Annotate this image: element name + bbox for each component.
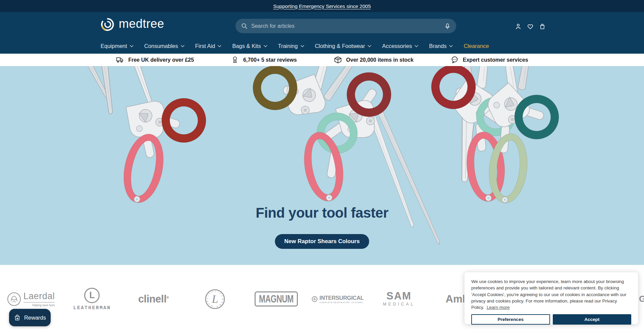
truck-icon [116,56,124,64]
nav-first-aid[interactable]: First Aid [195,43,222,49]
chevron-down-icon [449,45,453,47]
box-icon [334,56,342,64]
leatherman-monogram-icon: L [84,288,100,303]
site-header: medtree [0,12,644,54]
chevron-down-icon [368,45,371,47]
cookie-learn-more-link[interactable]: Learn more [487,305,509,310]
brand-name: clinell [138,293,166,305]
benefit-reviews: 6,700+ 5 star reviews [231,56,297,64]
brand-logo-leatherman[interactable]: L LEATHERMAN [61,288,123,311]
registered-mark: ® [166,295,169,299]
nav-clearance[interactable]: Clearance [464,43,489,49]
benefit-text: Free UK delivery over £25 [128,57,194,63]
hero-heading: Find your tool faster [0,205,644,221]
cookie-buttons: Preferences Accept [471,314,631,325]
announcement-bar: Supporting Emergency Services since 2005 [0,0,644,12]
announcement-link[interactable]: Supporting Emergency Services since 2005 [273,3,371,9]
nav-equipment[interactable]: Equipment [101,43,133,49]
brand-logo-intersurgical[interactable]: INTERSURGICAL COMPLETE RESPIRATORY SYSTE… [307,288,368,311]
wishlist-heart-icon[interactable] [527,23,534,30]
header-icons [515,23,546,30]
chevron-down-icon [264,45,267,47]
benefit-stock: Over 20,000 items in stock [334,56,414,64]
benefit-text: Over 20,000 items in stock [346,57,414,63]
nav-label: Consumables [144,43,178,49]
nav-bags-kits[interactable]: Bags & Kits [232,43,267,49]
brand-name: SAM [386,291,412,301]
cookie-consent-dialog: We use cookies to improve your experienc… [464,272,638,324]
hero-banner: Find your tool faster New Raptor Shears … [0,66,644,265]
intersurgical-icon [312,296,318,302]
nav-accessories[interactable]: Accessories [382,43,418,49]
nav-label: Bags & Kits [232,43,261,49]
brand-logo-magnum[interactable]: MAGNUM [246,288,307,311]
medtree-logo[interactable]: medtree [100,17,164,32]
chevron-down-icon [181,45,184,47]
brand-name: MAGNUM [259,293,293,306]
account-icon[interactable] [515,23,522,30]
search-icon [241,22,248,30]
brand-logo-sam-medical[interactable]: SAM MEDICAL [368,288,430,311]
search-input[interactable] [251,23,444,29]
nav-label: Training [278,43,298,49]
brand-name: Laerdal [23,291,55,302]
laerdal-emblem-icon [7,292,21,307]
benefit-text: 6,700+ 5 star reviews [243,57,297,63]
brand-logo-littmann[interactable]: L I T T M A N N · Q U A L I T Y · L [184,288,246,311]
main-navigation: Equipment Consumables First Aid Bags & K… [101,42,489,50]
brand-name: LEATHERMAN [73,305,111,311]
nav-label: First Aid [195,43,215,49]
nav-clothing-footwear[interactable]: Clothing & Footwear [315,43,372,49]
nav-label: Clothing & Footwear [315,43,365,49]
littmann-L: L [211,293,218,305]
nav-label: Equipment [101,43,127,49]
brand-logo-clinell[interactable]: clinell® [123,288,184,311]
nav-label: Accessories [382,43,412,49]
search-bar[interactable] [235,19,456,33]
brand-name: GE [639,294,644,304]
nav-label: Brands [429,43,446,49]
nav-consumables[interactable]: Consumables [144,43,184,49]
benefit-delivery: Free UK delivery over £25 [116,56,194,64]
brand-logo-laerdal[interactable]: Laerdal helping save lives [0,288,61,311]
cookie-message: We use cookies to improve your experienc… [471,278,631,311]
brand-tagline: COMPLETE RESPIRATORY SYSTEMS [320,301,364,303]
award-icon [231,56,239,64]
chevron-down-icon [415,45,418,47]
chevron-down-icon [218,45,221,47]
benefit-text: Expert customer services [463,57,528,63]
rewards-label: Rewards [24,315,46,321]
raptor-shears-cta-button[interactable]: New Raptor Shears Colours [275,234,369,249]
nav-brands[interactable]: Brands [429,43,453,49]
brand-name: INTERSURGICAL [320,295,364,301]
littmann-monogram-icon: L I T T M A N N · Q U A L I T Y · L [205,289,225,310]
medtree-homepage: Supporting Emergency Services since 2005… [0,0,644,333]
brand-tagline: helping save lives [32,303,55,307]
nav-training[interactable]: Training [278,43,304,49]
cart-bag-icon[interactable] [539,23,546,30]
microphone-icon[interactable] [444,22,451,30]
benefits-bar: Free UK delivery over £25 6,700+ 5 star … [0,54,644,66]
rewards-bag-heart-icon [14,313,21,322]
cookie-preferences-button[interactable]: Preferences [471,314,550,325]
benefit-service: Expert customer services [450,56,528,64]
cookie-accept-button[interactable]: Accept [553,314,632,325]
brand-subname: MEDICAL [383,302,415,307]
chevron-down-icon [301,45,304,47]
rewards-button[interactable]: Rewards [9,309,51,326]
chevron-down-icon [130,45,133,47]
chat-icon [450,56,459,64]
medtree-swirl-icon [100,17,115,32]
brand-wordmark: medtree [119,18,164,31]
nav-label: Clearance [464,43,489,49]
